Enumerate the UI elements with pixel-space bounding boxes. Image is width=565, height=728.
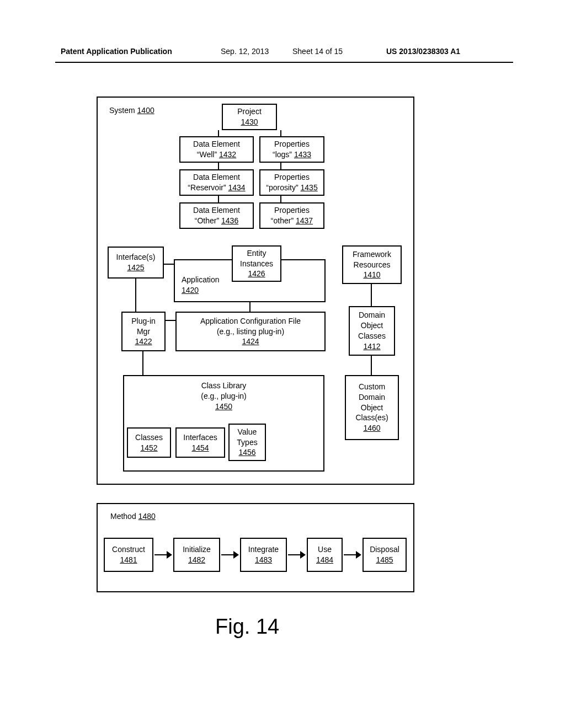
pluginmgr-classlibrary-connector (142, 351, 143, 375)
data-element-reservoir-box: Data Element “Reservoir” 1434 (179, 169, 254, 196)
properties-logs-box: Properties “logs” 1433 (259, 136, 324, 163)
pluginmgr-appcfg-connector (166, 320, 175, 321)
project-prop-connector (280, 130, 281, 136)
class-library-l1: Class Library (201, 381, 247, 391)
step-construct: Construct 1481 (104, 538, 153, 572)
application-ref: 1420 (182, 285, 199, 296)
arrow-3 (288, 551, 306, 559)
header-rule (55, 62, 513, 63)
method-title: Method 1480 (110, 512, 156, 521)
de-well-l2: “Well” 1432 (197, 149, 236, 160)
step-use: Use 1484 (307, 538, 343, 572)
framework-resources-box: Framework Resources 1410 (342, 245, 402, 284)
figure-caption: Fig. 14 (215, 615, 279, 639)
properties-other-box: Properties “other” 1437 (259, 202, 324, 229)
prop-logs-l2: “logs” 1433 (273, 149, 311, 160)
project-box: Project 1430 (222, 104, 277, 130)
properties-porosity-box: Properties “porosity” 1435 (259, 169, 324, 196)
classes-box: Classes 1452 (127, 427, 171, 458)
framework-domain-connector (371, 284, 372, 306)
method-title-ref: 1480 (138, 512, 156, 521)
application-appcfg-connector (249, 302, 250, 312)
header-left: Patent Application Publication (61, 47, 172, 56)
plugin-mgr-box: Plug-in Mgr 1422 (121, 312, 166, 351)
app-config-box: Application Configuration File (e.g., li… (175, 312, 326, 351)
interfaces-pluginmgr-connector (135, 279, 136, 312)
interfaces-box: Interface(s) 1425 (108, 247, 164, 279)
header-sheet: Sheet 14 of 15 (292, 47, 343, 56)
arrow-2 (221, 551, 239, 559)
prop-connector-3 (280, 196, 281, 202)
prop-connector-2 (280, 163, 281, 169)
de-connector-2 (218, 163, 219, 169)
class-library-ref: 1450 (215, 402, 232, 412)
page: Patent Application Publication Sep. 12, … (0, 0, 565, 728)
project-label: Project (237, 106, 262, 117)
application-label: Application (182, 275, 220, 285)
class-library-l2: (e.g., plug-in) (201, 391, 246, 402)
prop-logs-l1: Properties (274, 139, 310, 149)
interfaces-ref: 1425 (127, 263, 144, 273)
domain-object-classes-box: Domain Object Classes 1412 (349, 306, 395, 356)
method-title-text: Method (110, 512, 136, 521)
project-de-connector (218, 130, 219, 136)
header-date: Sep. 12, 2013 (221, 47, 269, 56)
interfaces-label: Interface(s) (116, 252, 156, 263)
entity-instances-box: Entity Instances 1426 (232, 245, 281, 282)
lib-interfaces-box: Interfaces 1454 (175, 427, 225, 458)
data-element-other-box: Data Element “Other” 1436 (179, 202, 254, 229)
de-connector-3 (218, 196, 219, 202)
system-title-text: System (109, 106, 135, 115)
system-title-ref: 1400 (137, 106, 154, 115)
system-title: System 1400 (109, 106, 154, 115)
domain-custom-connector (371, 356, 372, 375)
arrow-4 (344, 551, 361, 559)
step-initialize: Initialize 1482 (173, 538, 220, 572)
custom-domain-class-box: Custom Domain Object Class(es) 1460 (345, 375, 399, 440)
step-disposal: Disposal 1485 (363, 538, 407, 572)
project-ref: 1430 (241, 117, 258, 127)
arrow-1 (154, 551, 172, 559)
interfaces-app-connector (164, 264, 174, 265)
header-pub-number: US 2013/0238303 A1 (386, 47, 460, 56)
step-integrate: Integrate 1483 (240, 538, 287, 572)
de-well-l1: Data Element (193, 139, 240, 149)
data-element-well-box: Data Element “Well” 1432 (179, 136, 254, 163)
value-types-box: Value Types 1456 (228, 424, 266, 461)
